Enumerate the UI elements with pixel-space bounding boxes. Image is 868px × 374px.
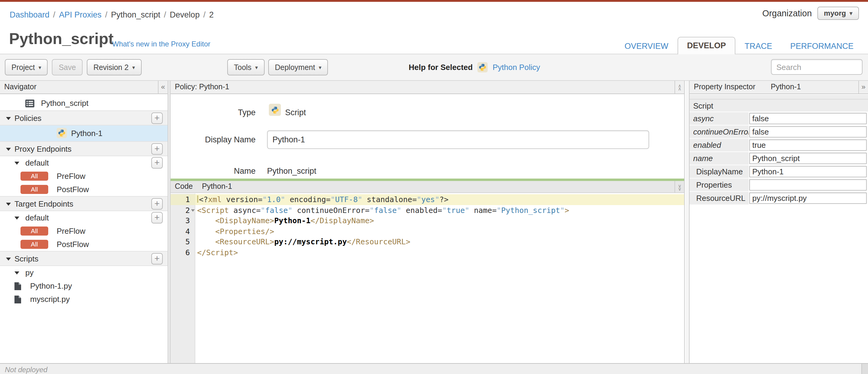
line-number: 6 [170,247,195,258]
tree-item-label: Scripts [14,254,38,263]
deployment-dropdown[interactable]: Deployment ▾ [268,59,328,76]
tree-item-label: Python-1 [71,129,102,138]
tree-item-label: py [25,268,33,277]
inspector-value-field[interactable]: false [749,113,867,124]
expand-panel-icon[interactable]: » [858,81,868,93]
fold-caret-icon[interactable] [191,209,195,211]
tab-trace[interactable]: TRACE [735,38,781,54]
policy-panel: Policy: Python-1 ∧∧ Type Script Display … [170,81,685,363]
tab-overview[interactable]: OVERVIEW [615,38,677,54]
type-value: Script [285,108,306,117]
tree-item-python-1-py[interactable]: Python-1.py [0,279,167,293]
code-line-5[interactable]: 5 <ResourceURL>py://myscript.py</Resourc… [170,236,684,247]
expander-caret-icon[interactable] [6,147,11,150]
inspector-value-field[interactable]: Python_script [749,153,867,164]
name-value: Python_script [267,167,316,176]
add-button[interactable]: + [151,253,163,264]
tree-item-python-script[interactable]: Python_script [0,95,167,110]
inspector-value-field[interactable]: py://myscript.py [749,193,867,204]
flow-condition-badge: All [21,185,48,194]
status-bar: Not deployed [0,363,861,374]
tree-item-python-1[interactable]: Python-1 [0,125,167,141]
breadcrumb-dashboard[interactable]: Dashboard [10,10,50,19]
help-for-selected-label: Help for Selected [409,63,472,72]
inspector-row-continueonerror: continueOnErrorfalse [689,125,868,138]
collapse-up-icon[interactable]: ∧∧ [675,81,684,93]
expander-caret-icon[interactable] [14,217,19,220]
tree-item-postflow[interactable]: AllPostFlow [0,238,167,251]
tree-item-label: default [25,159,49,167]
code-line-4[interactable]: 4 <Properties/> [170,226,684,236]
name-label: Name [170,167,255,176]
collapse-panel-icon[interactable]: « [158,81,167,93]
code-editor[interactable]: 1<?xml version="1.0" encoding="UTF-8" st… [170,194,684,363]
inspector-row-enabled: enabledtrue [689,139,868,151]
inspector-label: continueOnError [689,125,749,138]
main-area: Navigator « Python_scriptPolicies+Python… [0,81,868,363]
whats-new-link[interactable]: What's new in the Proxy Editor [112,40,210,48]
organization-value: myorg [824,9,846,18]
display-name-input[interactable] [267,130,649,149]
policy-panel-header: Policy: Python-1 ∧∧ [170,81,684,94]
tree-item-preflow[interactable]: AllPreFlow [0,224,167,238]
code-line-3[interactable]: 3 <DisplayName>Python-1</DisplayName> [170,215,684,226]
property-inspector-panel: Property Inspector Python-1 » Scriptasyn… [689,81,868,363]
inspector-label: Properties [689,178,749,191]
panel-splitter[interactable] [167,81,170,363]
breadcrumb-develop: Develop [170,10,199,19]
collapse-down-icon[interactable]: ∨∨ [675,181,684,193]
type-label: Type [170,108,255,117]
add-button[interactable]: + [151,198,163,209]
add-button[interactable]: + [151,112,163,124]
breadcrumb-api-proxies[interactable]: API Proxies [59,10,101,19]
revision-dropdown[interactable]: Revision 2 ▾ [87,59,142,76]
code-text: <ResourceURL>py://myscript.py</ResourceU… [195,236,410,247]
inspector-row-displayname: DisplayNamePython-1 [689,165,868,178]
flow-condition-badge: All [21,172,48,181]
expander-caret-icon[interactable] [6,202,11,205]
tree-item-py[interactable]: py [0,266,167,279]
tree-item-label: PreFlow [57,227,85,235]
tree-item-policies[interactable]: Policies+ [0,110,167,125]
tree-item-postflow[interactable]: AllPostFlow [0,183,167,196]
python-policy-help-link[interactable]: Python Policy [493,63,540,72]
inspector-value-field[interactable]: false [749,126,867,138]
tree-item-proxy-endpoints[interactable]: Proxy Endpoints+ [0,141,167,156]
tab-performance[interactable]: PERFORMANCE [781,38,863,54]
tree-item-myscript-py[interactable]: myscript.py [0,293,167,306]
inspector-label: Script [689,99,868,112]
tree-item-scripts[interactable]: Scripts+ [0,251,167,266]
code-line-2[interactable]: 2<Script async="false" continueOnError="… [170,205,684,215]
expander-caret-icon[interactable] [14,271,19,275]
inspector-value-field[interactable] [749,179,867,191]
save-button[interactable]: Save [52,59,83,76]
organization-dropdown[interactable]: myorg ▾ [817,7,859,20]
line-number: 3 [170,215,195,226]
tree-item-target-endpoints[interactable]: Target Endpoints+ [0,196,167,211]
tab-develop[interactable]: DEVELOP [677,37,735,54]
tree-item-preflow[interactable]: AllPreFlow [0,170,167,183]
code-line-1[interactable]: 1<?xml version="1.0" encoding="UTF-8" st… [170,194,684,205]
code-text: <DisplayName>Python-1</DisplayName> [195,215,374,226]
add-button[interactable]: + [151,157,163,169]
code-line-6[interactable]: 6</Script> [170,247,684,258]
navigator-panel: Navigator « Python_scriptPolicies+Python… [0,81,167,363]
inspector-value-field[interactable]: true [749,139,867,151]
tree-item-default[interactable]: default+ [0,156,167,170]
python-icon [477,62,488,73]
expander-caret-icon[interactable] [14,162,19,165]
project-dropdown[interactable]: Project ▾ [5,59,48,76]
expander-caret-icon[interactable] [6,257,11,260]
add-button[interactable]: + [151,143,163,154]
tools-dropdown[interactable]: Tools ▾ [227,59,264,76]
deployment-status: Not deployed [0,365,47,374]
policy-panel-title: Policy: Python-1 [170,83,229,91]
tab-bar: OVERVIEWDEVELOPTRACEPERFORMANCE [615,37,863,54]
add-button[interactable]: + [151,212,163,224]
search-input[interactable] [771,59,863,75]
expander-caret-icon[interactable] [6,117,11,120]
display-name-label: Display Name [170,135,255,144]
tree-item-default[interactable]: default+ [0,211,167,224]
inspector-value-field[interactable]: Python-1 [749,166,867,177]
tree-item-label: myscript.py [30,295,70,304]
